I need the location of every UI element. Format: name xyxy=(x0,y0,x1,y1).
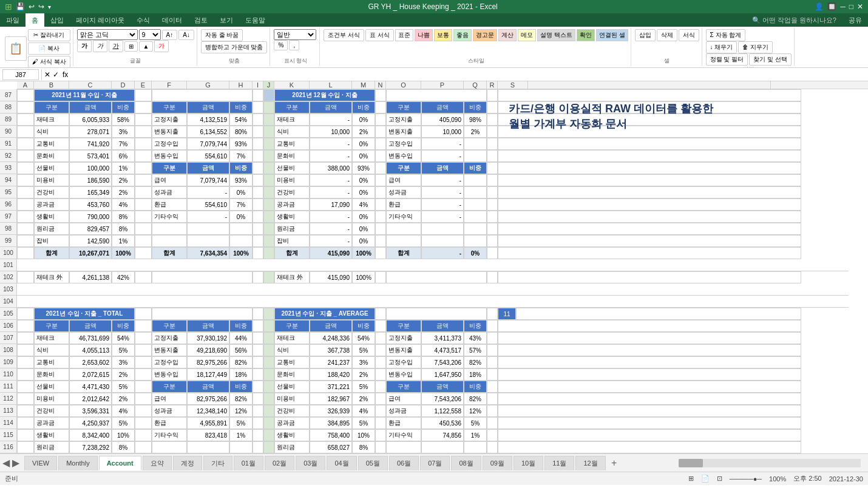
col-header-l[interactable]: L xyxy=(310,81,352,89)
conditional-format-button[interactable]: 조건부 서식 xyxy=(324,29,364,41)
cell-j87-selected[interactable] xyxy=(263,89,274,101)
increase-font-button[interactable]: A↑ xyxy=(162,30,178,40)
col-header-c[interactable]: C xyxy=(69,81,112,89)
sheet-tab-sep[interactable]: 09월 xyxy=(483,456,512,470)
cell-r100[interactable] xyxy=(487,247,498,259)
cell-n102[interactable] xyxy=(375,271,386,283)
cell-r87[interactable] xyxy=(487,89,498,101)
sheet-tab-nov[interactable]: 11월 xyxy=(544,456,574,470)
tab-home[interactable]: 홈 xyxy=(25,13,44,27)
cell-a102[interactable] xyxy=(17,271,34,283)
col-header-b[interactable]: B xyxy=(34,81,69,89)
formula-input[interactable] xyxy=(70,71,866,78)
view-page-break-icon[interactable]: ⊡ xyxy=(717,475,722,483)
cell-empty-101[interactable] xyxy=(17,259,849,271)
paste-button[interactable]: 📋 xyxy=(5,36,27,61)
window-controls[interactable]: 👤 🔲 ─ □ ✕ xyxy=(815,2,863,11)
sheet-tab-add-left[interactable]: ◀ xyxy=(2,457,10,469)
cell-reference-input[interactable] xyxy=(2,69,39,80)
cell-i106[interactable] xyxy=(253,320,263,332)
grid-content[interactable]: 2021년 11월 수입 · 지출 2021년 12월 수입 · 지출 xyxy=(17,89,868,453)
cell-i100[interactable] xyxy=(253,247,263,259)
underline-button[interactable]: 가 xyxy=(109,40,123,52)
sheet-tab-account[interactable]: Account xyxy=(99,456,141,470)
cell-a100[interactable] xyxy=(17,247,34,259)
sheet-tab-summary[interactable]: 요약 xyxy=(143,456,172,470)
insert-cell-button[interactable]: 삽입 xyxy=(635,29,656,41)
col-header-a[interactable]: A xyxy=(17,81,34,89)
col-header-h[interactable]: H xyxy=(229,81,253,89)
search-box[interactable]: 🔍 어떤 작업을 원하시나요? xyxy=(746,13,843,27)
cell-e105[interactable] xyxy=(135,308,152,320)
copy-button[interactable]: 📄 복사 xyxy=(28,42,70,55)
cell-a87[interactable] xyxy=(17,89,34,101)
cell-i87[interactable] xyxy=(253,89,263,101)
style-calc[interactable]: 계산 xyxy=(498,29,517,41)
cell-n88[interactable] xyxy=(375,101,386,114)
find-select-button[interactable]: 찾기 및 선택 xyxy=(749,53,792,66)
cell-o102[interactable] xyxy=(386,271,487,283)
wrap-text-button[interactable]: 자동 줄 바꿈 xyxy=(201,29,243,41)
col-header-s[interactable]: S xyxy=(498,81,528,89)
sheet-tab-apr[interactable]: 04월 xyxy=(327,456,356,470)
col-header-q[interactable]: Q xyxy=(464,81,487,89)
cell-i105[interactable] xyxy=(253,308,263,320)
maximize-icon[interactable]: □ xyxy=(849,2,853,11)
tab-page-layout[interactable]: 페이지 레이아웃 xyxy=(70,13,131,27)
cell-i102[interactable] xyxy=(253,271,263,283)
cell-j105[interactable] xyxy=(263,308,274,320)
col-header-i[interactable]: I xyxy=(253,81,263,89)
style-memo[interactable]: 메모 xyxy=(518,29,536,41)
col-header-n[interactable]: N xyxy=(375,81,386,89)
cut-button[interactable]: ✂ 잘라내기 xyxy=(28,29,70,41)
minimize-icon[interactable]: ─ xyxy=(840,2,846,11)
cell-i88[interactable] xyxy=(253,101,263,114)
undo-icon[interactable]: ↩ xyxy=(29,2,35,11)
clear-button[interactable]: 🗑 지우기 xyxy=(738,41,773,53)
comma-button[interactable]: , xyxy=(289,40,299,50)
tab-help[interactable]: 도움말 xyxy=(239,13,271,27)
format-copy-button[interactable]: 🖌 서식 복사 xyxy=(28,56,70,68)
cell-e106[interactable] xyxy=(135,320,152,332)
tab-review[interactable]: 검토 xyxy=(188,13,214,27)
cell-e87[interactable] xyxy=(135,89,152,101)
italic-button[interactable]: 가 xyxy=(93,40,107,52)
format-cell-button[interactable]: 서식 xyxy=(679,29,699,41)
bold-button[interactable]: 가 xyxy=(77,40,92,52)
sheet-tab-aug[interactable]: 08월 xyxy=(451,456,481,470)
number-format-select[interactable]: 일반 xyxy=(274,29,316,40)
ribbon-toggle-icon[interactable]: 🔲 xyxy=(827,2,836,11)
cell-n100[interactable] xyxy=(375,247,386,259)
col-header-k[interactable]: K xyxy=(274,81,310,89)
col-header-p[interactable]: P xyxy=(421,81,464,89)
cell-o87[interactable] xyxy=(386,89,487,101)
scrollbar-thumb[interactable] xyxy=(679,459,703,467)
cell-a105[interactable] xyxy=(17,308,34,320)
cell-j106[interactable] xyxy=(263,320,274,332)
percent-button[interactable]: % xyxy=(274,40,288,50)
style-bad[interactable]: 나쁨 xyxy=(415,29,433,41)
col-header-f[interactable]: F xyxy=(152,81,187,89)
col-header-m[interactable]: M xyxy=(352,81,375,89)
cell-r88[interactable] xyxy=(487,101,498,114)
function-icon[interactable]: fx xyxy=(63,70,68,79)
sheet-tab-jul[interactable]: 07월 xyxy=(420,456,450,470)
cell-f105[interactable] xyxy=(152,308,253,320)
delete-cell-button[interactable]: 삭제 xyxy=(657,29,677,41)
col-header-r[interactable]: R xyxy=(487,81,498,89)
cell-j100[interactable] xyxy=(263,247,274,259)
font-size-select[interactable]: 9 xyxy=(139,29,161,40)
add-sheet-button[interactable]: + xyxy=(607,456,622,470)
cell-n105[interactable] xyxy=(375,308,386,320)
sheet-tab-feb[interactable]: 02월 xyxy=(265,456,294,470)
redo-icon[interactable]: ↪ xyxy=(38,2,44,11)
font-name-select[interactable]: 맑은 고딕 xyxy=(77,29,138,40)
close-icon[interactable]: ✕ xyxy=(857,2,863,11)
cell-e88[interactable] xyxy=(135,101,152,114)
cell-o105[interactable] xyxy=(386,308,487,320)
cell-a88[interactable] xyxy=(17,101,34,114)
border-button[interactable]: ⊞ xyxy=(124,41,138,52)
cell-r105[interactable] xyxy=(487,308,498,320)
cell-e102[interactable] xyxy=(135,271,152,283)
view-page-layout-icon[interactable]: 📄 xyxy=(701,475,710,483)
